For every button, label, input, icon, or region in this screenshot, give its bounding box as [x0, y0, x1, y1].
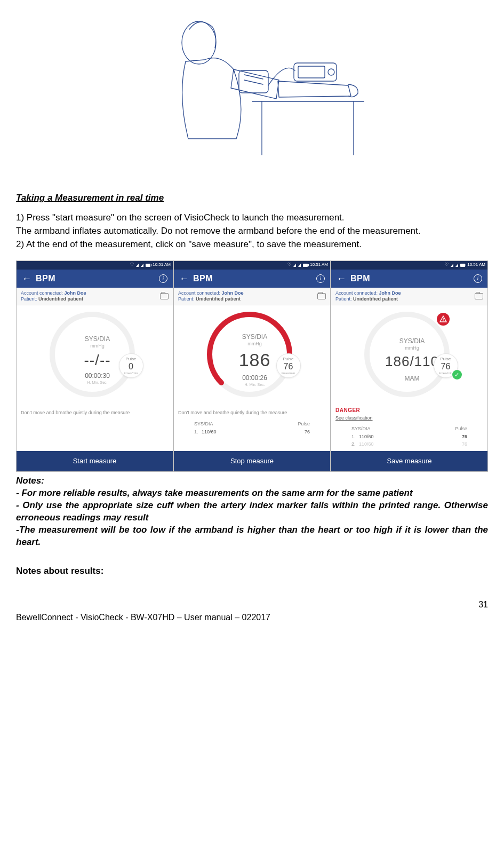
instruction-step-1b: The armband inflates automatically. Do n… [16, 225, 488, 238]
signal-icon [136, 264, 139, 267]
history-row: 2. 110/60 76 [335, 440, 483, 448]
app-header: ← BPM i [331, 270, 487, 288]
screenshot-start: ♡ 10:51 AM ← BPM i Account connected: Jo… [16, 260, 173, 472]
patient-label: Patient: [178, 296, 195, 302]
footer-text: BewellConnect - VisioCheck - BW-X07HD – … [16, 612, 488, 623]
account-bar: Account connected: John Doe Patient: Uni… [331, 288, 487, 306]
svg-rect-5 [298, 66, 325, 78]
history-list: SYS/DIA Pulse 1. 110/60 76 2. 110/60 76 [335, 425, 483, 448]
history-pulse: 76 [451, 433, 467, 440]
mmhg-label: mmHg [405, 345, 419, 351]
status-bar: ♡ 10:51 AM [331, 261, 487, 270]
reading-value: 186/110 [385, 352, 439, 371]
account-bar: Account connected: John Doe Patient: Uni… [174, 288, 330, 306]
account-label: Account connected: [21, 290, 63, 296]
signal-icon [141, 264, 143, 267]
timer-value: 00:00:26 [242, 374, 267, 382]
app-title: BPM [36, 273, 55, 284]
history-value: 110/60 [359, 441, 451, 447]
patient-name: Unidentified patient [353, 296, 398, 302]
folder-icon[interactable] [317, 293, 326, 299]
signal-icon [451, 264, 453, 267]
instruction-step-1: 1) Press "start measure" on the screen o… [16, 212, 488, 224]
classification-link[interactable]: See classification [335, 415, 483, 421]
status-time: 10:51 AM [153, 262, 171, 268]
account-label: Account connected: [335, 290, 378, 296]
note-1: - For more reliable results, always take… [16, 487, 488, 500]
back-arrow-icon[interactable]: ← [22, 272, 31, 285]
pulse-badge: Pulse 0 times/min [119, 353, 143, 378]
history-row: 1. 110/60 76 [178, 428, 326, 436]
signal-icon [293, 264, 296, 267]
pulse-label: Pulse [283, 357, 293, 362]
status-bar: ♡ 10:51 AM [17, 261, 173, 270]
gauge: SYS/DIA mmHg 186 00:00:26 H. Min. Sec. P… [207, 312, 298, 402]
heart-icon: ♡ [287, 262, 291, 268]
page-number: 31 [16, 599, 488, 611]
warning-icon [437, 313, 450, 326]
svg-point-0 [182, 21, 216, 64]
history-list: SYS/DIA Pulse 1. 110/60 76 [178, 421, 326, 436]
gauge: SYS/DIA mmHg --/-- 00:00:30 H. Min. Sec.… [50, 312, 140, 402]
signal-icon [298, 264, 301, 267]
note-2: - Only use the appropriate size cuff whe… [16, 500, 488, 524]
folder-icon[interactable] [475, 293, 483, 299]
stop-measure-button[interactable]: Stop measure [174, 451, 330, 471]
pulse-label: Pulse [440, 357, 451, 362]
battery-icon [146, 264, 150, 267]
back-arrow-icon[interactable]: ← [179, 272, 189, 285]
mmhg-label: mmHg [247, 341, 262, 347]
info-icon[interactable]: i [316, 274, 325, 283]
measure-hint: Don't move and breathe quietly during th… [21, 410, 169, 416]
history-sysdia-header: SYS/DIA [194, 421, 213, 427]
patient-name: Unidentified patient [38, 296, 83, 302]
history-pulse-header: Pulse [298, 421, 310, 427]
svg-point-6 [328, 69, 334, 75]
pulse-badge: Pulse 76 times/min ✓ [434, 353, 458, 378]
screenshot-save: ♡ 10:51 AM ← BPM i Account connected: Jo… [331, 260, 488, 472]
back-arrow-icon[interactable]: ← [337, 272, 346, 285]
reading-value: 186 [239, 348, 271, 373]
history-pulse: 76 [451, 441, 467, 447]
notes-about-results: Notes about results: [16, 565, 488, 578]
check-icon: ✓ [452, 370, 462, 379]
danger-label: DANGER [335, 407, 483, 414]
pulse-value: 76 [441, 362, 451, 371]
pulse-unit: times/min [124, 371, 138, 375]
heart-icon: ♡ [445, 262, 449, 268]
history-value: 110/60 [359, 433, 451, 440]
history-pulse: 76 [294, 429, 310, 435]
app-header: ← BPM i [174, 270, 330, 288]
timer-label: H. Min. Sec. [244, 382, 265, 387]
note-3: -The measurement will be too low if the … [16, 524, 488, 549]
pulse-label: Pulse [125, 357, 136, 362]
svg-rect-4 [294, 63, 337, 81]
patient-label: Patient: [335, 296, 352, 302]
heart-icon: ♡ [130, 262, 134, 268]
timer-label: H. Min. Sec. [87, 380, 107, 385]
signal-icon [455, 264, 458, 267]
timer-value: 00:00:30 [85, 371, 110, 380]
pulse-unit: times/min [439, 371, 453, 375]
mam-label: MAM [405, 374, 420, 383]
status-time: 10:51 AM [467, 262, 485, 268]
patient-name: Unidentified patient [196, 296, 241, 302]
account-bar: Account connected: John Doe Patient: Uni… [17, 288, 173, 306]
info-icon[interactable]: i [474, 274, 482, 283]
save-measure-button[interactable]: Save measure [331, 451, 487, 471]
account-label: Account connected: [178, 290, 220, 296]
folder-icon[interactable] [160, 293, 169, 299]
app-title: BPM [193, 273, 213, 284]
gauge: SYS/DIA mmHg 186/110 MAM Pulse 76 times/… [364, 312, 455, 402]
battery-icon [303, 264, 308, 267]
app-title: BPM [350, 273, 370, 284]
start-measure-button[interactable]: Start measure [17, 451, 173, 471]
arm-measurement-illustration [140, 11, 364, 176]
info-icon[interactable]: i [159, 274, 167, 283]
app-header: ← BPM i [17, 270, 173, 288]
account-name: John Doe [222, 290, 244, 296]
screenshot-row: ♡ 10:51 AM ← BPM i Account connected: Jo… [16, 260, 488, 472]
instruction-step-2: 2) At the end of the measurement, click … [16, 239, 488, 251]
measure-hint: Don't move and breathe quietly during th… [178, 410, 326, 416]
pulse-value: 76 [284, 362, 293, 371]
